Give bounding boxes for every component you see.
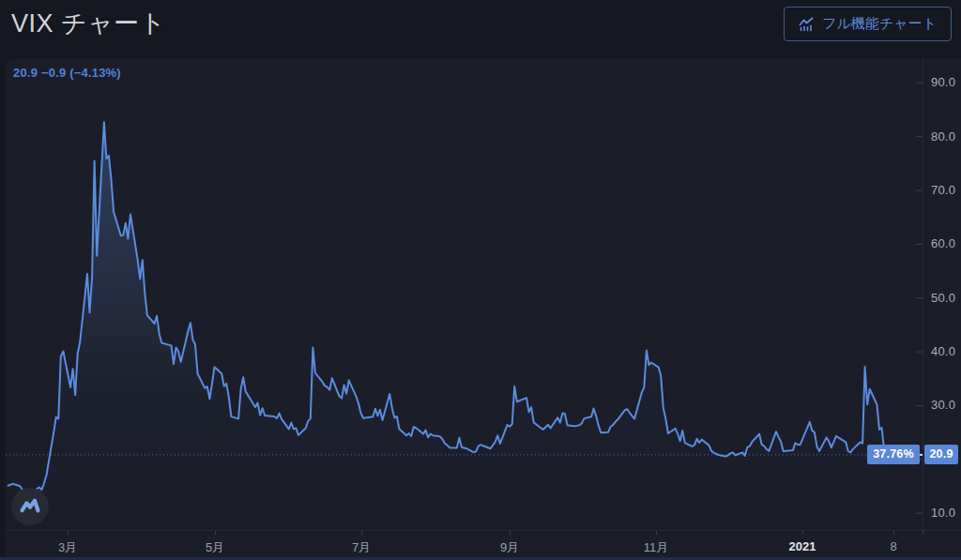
time-axis-label: 3月 — [58, 539, 77, 556]
time-axis-label: 9月 — [500, 539, 519, 556]
price-axis-label: 10.0 — [931, 506, 955, 520]
price-axis-label: 30.0 — [931, 398, 955, 412]
price-axis-label: 90.0 — [931, 75, 955, 89]
time-axis-tick — [215, 531, 216, 535]
time-axis-tick — [68, 531, 69, 535]
time-axis-tick — [923, 531, 923, 535]
price-axis-label: 80.0 — [931, 129, 955, 144]
time-axis-tick — [656, 531, 657, 535]
area-chart-icon — [799, 17, 814, 32]
price-axis-label: 50.0 — [931, 291, 955, 305]
full-feature-chart-button-label: フル機能チャート — [822, 15, 937, 33]
time-axis-tick — [802, 531, 803, 535]
time-axis-label: 5月 — [206, 539, 224, 556]
area-fill — [8, 122, 887, 530]
price-change-info: 20.9 −0.9 (−4.13%) — [13, 66, 121, 80]
chart-widget: 20.9 −0.9 (−4.13%) 37.76% 20.9 90.080.07… — [6, 59, 961, 560]
tradingview-logo-icon — [19, 497, 41, 516]
price-axis: 20.9 90.080.070.060.050.040.030.020.010.… — [923, 59, 961, 530]
page-title: VIX チャート — [11, 7, 166, 40]
chart-plot-area[interactable]: 37.76% — [6, 59, 923, 530]
time-axis-tick — [510, 531, 511, 535]
time-axis-label: 7月 — [352, 539, 371, 556]
full-feature-chart-button[interactable]: フル機能チャート — [784, 7, 952, 41]
time-axis-label: 2021 — [789, 539, 816, 553]
time-axis: 3月5月7月9月11月20218 — [6, 531, 961, 560]
time-axis-label: 8 — [890, 539, 896, 553]
price-axis-label: 70.0 — [931, 183, 955, 197]
current-price-badge: 20.9 — [924, 445, 958, 464]
time-axis-tick — [893, 531, 894, 535]
price-axis-label: 40.0 — [931, 344, 955, 358]
tradingview-logo[interactable] — [11, 488, 49, 525]
page-header: VIX チャート フル機能チャート — [0, 0, 961, 59]
price-axis-label: 60.0 — [931, 236, 955, 250]
period-change-badge: 37.76% — [867, 445, 920, 464]
time-axis-label: 11月 — [644, 539, 669, 556]
time-axis-tick — [361, 531, 362, 535]
